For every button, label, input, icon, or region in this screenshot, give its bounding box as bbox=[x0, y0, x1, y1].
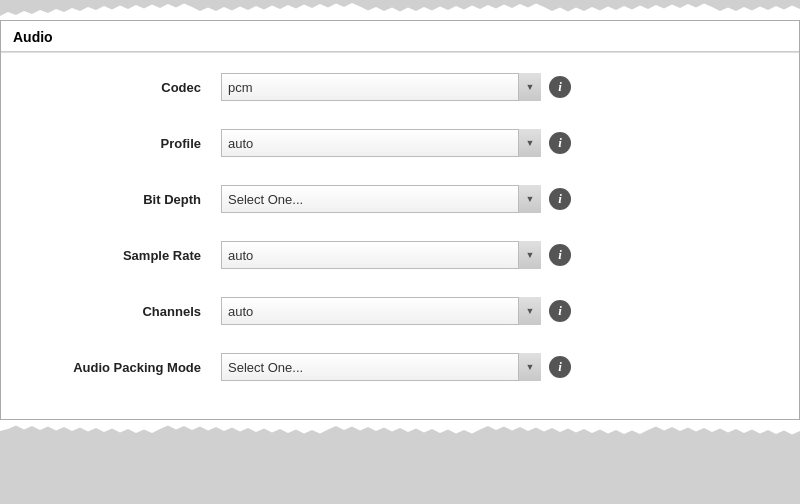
select-profile[interactable]: autobaselinemainhigh bbox=[221, 129, 541, 157]
control-wrapper-profile: autobaselinemainhighi bbox=[221, 129, 779, 157]
form-row-sample-rate: Sample Rateauto220504410048000i bbox=[21, 231, 779, 279]
select-audio-packing-mode[interactable]: Select One...nonestandard bbox=[221, 353, 541, 381]
select-bit-depth[interactable]: Select One...8162432 bbox=[221, 185, 541, 213]
panel-content: Codecpcmaacmp3flaciProfileautobaselinema… bbox=[1, 53, 799, 419]
select-wrapper-channels: auto126 bbox=[221, 297, 541, 325]
info-icon-profile[interactable]: i bbox=[549, 132, 571, 154]
form-row-profile: Profileautobaselinemainhighi bbox=[21, 119, 779, 167]
label-bit-depth: Bit Depth bbox=[21, 192, 221, 207]
form-row-codec: Codecpcmaacmp3flaci bbox=[21, 63, 779, 111]
label-codec: Codec bbox=[21, 80, 221, 95]
info-icon-sample-rate[interactable]: i bbox=[549, 244, 571, 266]
panel-title: Audio bbox=[1, 21, 799, 52]
info-icon-codec[interactable]: i bbox=[549, 76, 571, 98]
audio-panel: Audio Codecpcmaacmp3flaciProfileautobase… bbox=[0, 20, 800, 420]
select-channels[interactable]: auto126 bbox=[221, 297, 541, 325]
control-wrapper-codec: pcmaacmp3flaci bbox=[221, 73, 779, 101]
form-row-audio-packing-mode: Audio Packing ModeSelect One...nonestand… bbox=[21, 343, 779, 391]
label-audio-packing-mode: Audio Packing Mode bbox=[21, 360, 221, 375]
form-row-channels: Channelsauto126i bbox=[21, 287, 779, 335]
control-wrapper-channels: auto126i bbox=[221, 297, 779, 325]
label-sample-rate: Sample Rate bbox=[21, 248, 221, 263]
control-wrapper-audio-packing-mode: Select One...nonestandardi bbox=[221, 353, 779, 381]
label-profile: Profile bbox=[21, 136, 221, 151]
info-icon-bit-depth[interactable]: i bbox=[549, 188, 571, 210]
info-icon-channels[interactable]: i bbox=[549, 300, 571, 322]
select-wrapper-sample-rate: auto220504410048000 bbox=[221, 241, 541, 269]
info-icon-audio-packing-mode[interactable]: i bbox=[549, 356, 571, 378]
select-sample-rate[interactable]: auto220504410048000 bbox=[221, 241, 541, 269]
select-wrapper-profile: autobaselinemainhigh bbox=[221, 129, 541, 157]
select-wrapper-audio-packing-mode: Select One...nonestandard bbox=[221, 353, 541, 381]
control-wrapper-sample-rate: auto220504410048000i bbox=[221, 241, 779, 269]
form-row-bit-depth: Bit DepthSelect One...8162432i bbox=[21, 175, 779, 223]
label-channels: Channels bbox=[21, 304, 221, 319]
select-wrapper-codec: pcmaacmp3flac bbox=[221, 73, 541, 101]
select-wrapper-bit-depth: Select One...8162432 bbox=[221, 185, 541, 213]
select-codec[interactable]: pcmaacmp3flac bbox=[221, 73, 541, 101]
control-wrapper-bit-depth: Select One...8162432i bbox=[221, 185, 779, 213]
